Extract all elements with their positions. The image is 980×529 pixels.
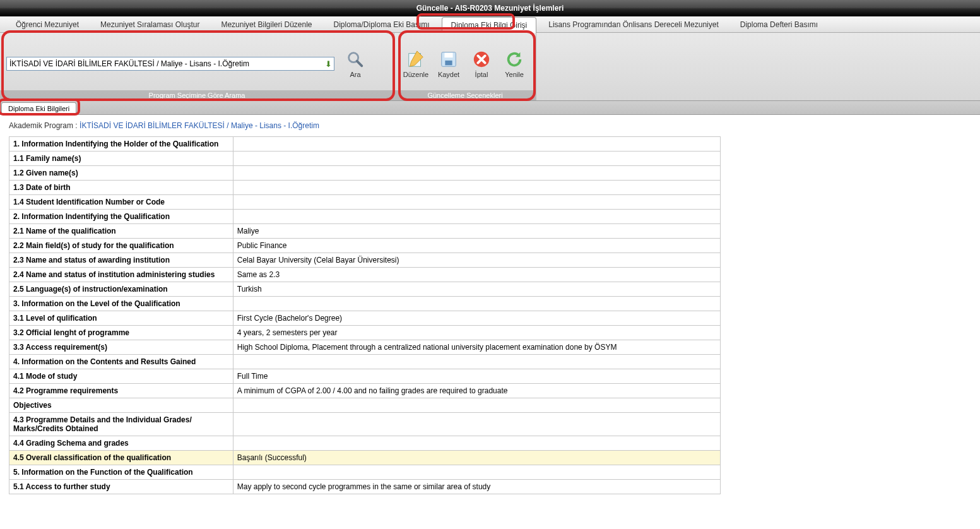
program-combobox[interactable] (6, 57, 334, 71)
table-row: 3.2 Official lenght of programme4 years,… (9, 326, 721, 340)
row-label: 4.5 Overall classification of the qualif… (9, 451, 233, 465)
row-value (233, 181, 720, 195)
table-row: 4.2 Programme requirementsA minimum of C… (9, 384, 721, 398)
row-label: 2. Information Indentifying the Qualific… (9, 210, 233, 224)
row-label: 5. Information on the Function of the Qu… (9, 465, 233, 480)
row-label: 2.1 Name of the qualification (9, 224, 233, 239)
table-row: 4.3 Programme Details and the Individual… (9, 413, 721, 436)
tab-6[interactable]: Diploma Defteri Basımı (731, 16, 827, 32)
main-tab-strip: Öğrenci MezuniyetMezuniyet Sıralaması Ol… (0, 16, 980, 33)
row-value: Same as 2.3 (233, 268, 720, 282)
row-value (233, 152, 720, 166)
table-row: 3. Information on the Level of the Quali… (9, 297, 721, 311)
table-row: 2.2 Main field(s) of study for the quali… (9, 239, 721, 253)
row-label: 2.5 Language(s) of instruction/examinati… (9, 282, 233, 297)
table-row: 2.4 Name and status of institution admin… (9, 268, 721, 282)
row-value (233, 195, 720, 210)
table-row: 4.1 Mode of studyFull Time (9, 369, 721, 384)
table-row: 4.5 Overall classification of the qualif… (9, 451, 721, 465)
table-row: 2.1 Name of the qualificationMaliye (9, 224, 721, 239)
diploma-info-table: 1. Information Indentifying the Holder o… (9, 136, 721, 494)
dropdown-arrow-icon[interactable]: ⬇ (325, 59, 332, 68)
row-label: 3.2 Official lenght of programme (9, 326, 233, 340)
program-link[interactable]: İKTİSADİ VE İDARİ BİLİMLER FAKÜLTESİ / M… (80, 121, 319, 130)
row-label: 4.4 Grading Schema and grades (9, 436, 233, 451)
row-value (233, 210, 720, 224)
table-row: 3.3 Access requirement(s)High School Dip… (9, 340, 721, 355)
table-row: 1.4 Student Identification Number or Cod… (9, 195, 721, 210)
row-value (233, 166, 720, 181)
ribbon-group-search: ⬇ Ara Program Seçimine Göre Arama (0, 33, 394, 100)
sub-tab-diploma-eki[interactable]: Diploma Eki Bilgileri (1, 102, 76, 114)
row-value: Başarılı (Successful) (233, 451, 720, 465)
save-button[interactable]: Kaydet (434, 49, 464, 78)
window-title-bar: Güncelle - AIS-R0203 Mezuniyet İşlemleri (0, 0, 980, 16)
save-button-label: Kaydet (438, 71, 459, 78)
tab-4[interactable]: Diploma Eki Bilgi Girişi (442, 17, 537, 33)
svg-line-1 (357, 61, 362, 66)
svg-rect-5 (445, 60, 452, 65)
table-row: 3.1 Level of qulificationFirst Cycle (Ba… (9, 311, 721, 326)
row-label: 1. Information Indentifying the Holder o… (9, 137, 233, 152)
row-label: 2.4 Name and status of institution admin… (9, 268, 233, 282)
row-label: 3.1 Level of qulification (9, 311, 233, 326)
row-label: 4.1 Mode of study (9, 369, 233, 384)
row-label: 4.3 Programme Details and the Individual… (9, 413, 233, 436)
tab-0[interactable]: Öğrenci Mezuniyet (6, 16, 88, 32)
svg-rect-4 (444, 52, 452, 57)
row-value: High School Diploma, Placement through a… (233, 340, 720, 355)
program-line: Akademik Program : İKTİSADİ VE İDARİ BİL… (9, 121, 971, 130)
window-title: Güncelle - AIS-R0203 Mezuniyet İşlemleri (416, 4, 564, 13)
edit-button-label: Düzenle (403, 71, 428, 78)
row-value: Full Time (233, 369, 720, 384)
table-row: 4.4 Grading Schema and grades (9, 436, 721, 451)
refresh-icon (504, 49, 524, 69)
refresh-button-label: Yenile (505, 71, 524, 78)
refresh-button[interactable]: Yenile (499, 49, 529, 78)
table-row: 1.2 Given name(s) (9, 166, 721, 181)
table-row: 2.5 Language(s) of instruction/examinati… (9, 282, 721, 297)
tab-2[interactable]: Mezuniyet Bilgileri Düzenle (211, 16, 321, 32)
row-value (233, 297, 720, 311)
edit-button[interactable]: Düzenle (401, 49, 431, 78)
cancel-button[interactable]: İptal (466, 49, 497, 78)
ribbon-group-update-label: Güncelleme Seçenekleri (394, 90, 536, 100)
sub-tab-label: Diploma Eki Bilgileri (8, 105, 69, 112)
program-line-prefix: Akademik Program : (9, 121, 80, 130)
save-icon (439, 49, 459, 69)
tab-1[interactable]: Mezuniyet Sıralaması Oluştur (91, 16, 209, 32)
table-row: 5.1 Access to further studyMay apply to … (9, 480, 721, 494)
edit-icon (406, 49, 426, 69)
row-value: Public Finance (233, 239, 720, 253)
cancel-button-label: İptal (475, 71, 488, 78)
row-value: May apply to second cycle programmes in … (233, 480, 720, 494)
row-value: 4 years, 2 semesters per year (233, 326, 720, 340)
row-value (233, 465, 720, 480)
row-value: Turkish (233, 282, 720, 297)
table-row: 2. Information Indentifying the Qualific… (9, 210, 721, 224)
table-row: 1.3 Date of birth (9, 181, 721, 195)
tab-5[interactable]: Lisans Programından Önlisans Dereceli Me… (539, 16, 728, 32)
cancel-icon (471, 49, 492, 69)
row-value: Celal Bayar University (Celal Bayar Üniv… (233, 253, 720, 268)
content-area: Akademik Program : İKTİSADİ VE İDARİ BİL… (0, 115, 980, 501)
row-value (233, 398, 720, 413)
sub-tab-strip: Diploma Eki Bilgileri (0, 101, 980, 115)
row-label: 1.3 Date of birth (9, 181, 233, 195)
row-value (233, 355, 720, 369)
row-value: First Cycle (Bachelor's Degree) (233, 311, 720, 326)
row-label: 1.4 Student Identification Number or Cod… (9, 195, 233, 210)
row-label: 1.2 Given name(s) (9, 166, 233, 181)
row-value: Maliye (233, 224, 720, 239)
row-value (233, 413, 720, 436)
row-label: 4. Information on the Contents and Resul… (9, 355, 233, 369)
table-row: 1. Information Indentifying the Holder o… (9, 137, 721, 152)
row-label: 3. Information on the Level of the Quali… (9, 297, 233, 311)
search-button[interactable]: Ara (339, 49, 371, 78)
row-label: 4.2 Programme requirements (9, 384, 233, 398)
table-row: 5. Information on the Function of the Qu… (9, 465, 721, 480)
tab-3[interactable]: Diploma/Diploma Eki Basımı (324, 16, 439, 32)
row-label: 2.3 Name and status of awarding institut… (9, 253, 233, 268)
row-label: 1.1 Family name(s) (9, 152, 233, 166)
table-row: 1.1 Family name(s) (9, 152, 721, 166)
